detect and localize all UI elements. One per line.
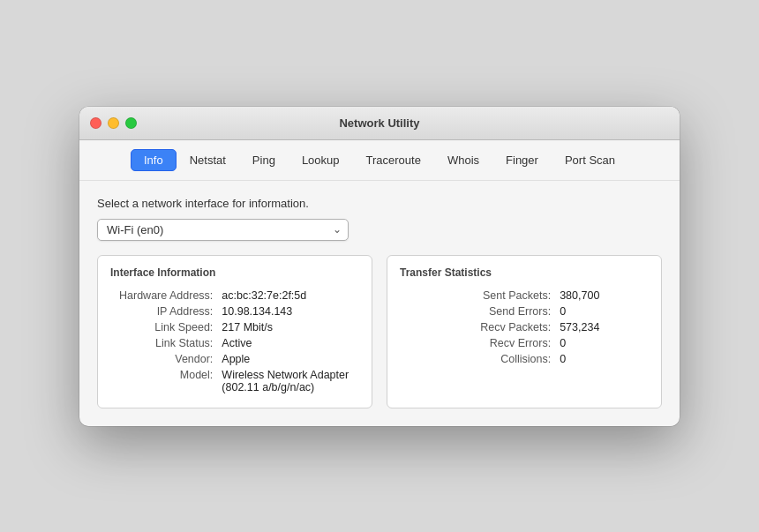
panels-row: Interface Information Hardware Address: … <box>97 255 662 408</box>
send-errors-label: Send Errors: <box>400 303 556 319</box>
interface-info-title: Interface Information <box>110 266 359 279</box>
table-row: Link Speed: 217 Mbit/s <box>110 319 359 335</box>
link-speed-value: 217 Mbit/s <box>218 319 359 335</box>
collisions-value: 0 <box>556 351 649 367</box>
recv-errors-label: Recv Errors: <box>400 335 556 351</box>
close-button[interactable] <box>90 117 101 129</box>
transfer-stats-panel: Transfer Statistics Sent Packets: 380,70… <box>387 255 662 408</box>
tab-lookup[interactable]: Lookup <box>289 149 353 171</box>
link-status-value: Active <box>218 335 359 351</box>
ip-addr-label: IP Address: <box>110 303 218 319</box>
table-row: Collisions: 0 <box>400 351 649 367</box>
recv-packets-value: 573,234 <box>556 319 649 335</box>
hw-addr-value: ac:bc:32:7e:2f:5d <box>218 288 359 303</box>
table-row: Hardware Address: ac:bc:32:7e:2f:5d <box>110 288 359 303</box>
interface-select-wrapper: Wi-Fi (en0) Ethernet (en1) Loopback (lo0… <box>97 219 349 241</box>
toolbar: Info Netstat Ping Lookup Traceroute Whoi… <box>79 140 680 181</box>
table-row: Sent Packets: 380,700 <box>400 288 649 303</box>
tab-netstat[interactable]: Netstat <box>177 149 239 171</box>
recv-packets-label: Recv Packets: <box>400 319 556 335</box>
titlebar: Network Utility <box>79 107 680 140</box>
table-row: Recv Errors: 0 <box>400 335 649 351</box>
tab-traceroute[interactable]: Traceroute <box>353 149 434 171</box>
transfer-stats-table: Sent Packets: 380,700 Send Errors: 0 Rec… <box>400 288 649 367</box>
model-value: Wireless Network Adapter (802.11 a/b/g/n… <box>218 367 359 395</box>
interface-select[interactable]: Wi-Fi (en0) Ethernet (en1) Loopback (lo0… <box>97 219 349 241</box>
table-row: Send Errors: 0 <box>400 303 649 319</box>
table-row: IP Address: 10.98.134.143 <box>110 303 359 319</box>
tab-finger[interactable]: Finger <box>492 149 552 171</box>
minimize-button[interactable] <box>108 117 119 129</box>
sent-packets-label: Sent Packets: <box>400 288 556 303</box>
maximize-button[interactable] <box>125 117 137 129</box>
table-row: Recv Packets: 573,234 <box>400 319 649 335</box>
send-errors-value: 0 <box>556 303 649 319</box>
collisions-label: Collisions: <box>400 351 556 367</box>
table-row: Model: Wireless Network Adapter (802.11 … <box>110 367 359 395</box>
model-label: Model: <box>110 367 218 395</box>
link-status-label: Link Status: <box>110 335 218 351</box>
prompt-text: Select a network interface for informati… <box>97 197 662 210</box>
sent-packets-value: 380,700 <box>556 288 649 303</box>
tab-portscan[interactable]: Port Scan <box>552 149 628 171</box>
tab-ping[interactable]: Ping <box>239 149 289 171</box>
vendor-label: Vendor: <box>110 351 218 367</box>
transfer-stats-title: Transfer Statistics <box>400 266 649 279</box>
interface-info-panel: Interface Information Hardware Address: … <box>97 255 372 408</box>
interface-select-row: Wi-Fi (en0) Ethernet (en1) Loopback (lo0… <box>97 219 662 241</box>
vendor-value: Apple <box>218 351 359 367</box>
hw-addr-label: Hardware Address: <box>110 288 218 303</box>
link-speed-label: Link Speed: <box>110 319 218 335</box>
interface-info-table: Hardware Address: ac:bc:32:7e:2f:5d IP A… <box>110 288 359 395</box>
table-row: Link Status: Active <box>110 335 359 351</box>
main-window: Network Utility Info Netstat Ping Lookup… <box>79 107 680 426</box>
ip-addr-value: 10.98.134.143 <box>218 303 359 319</box>
main-content: Select a network interface for informati… <box>79 181 680 426</box>
tab-whois[interactable]: Whois <box>434 149 492 171</box>
window-title: Network Utility <box>339 116 419 130</box>
tab-info[interactable]: Info <box>131 149 177 171</box>
traffic-lights <box>90 117 137 129</box>
recv-errors-value: 0 <box>556 335 649 351</box>
table-row: Vendor: Apple <box>110 351 359 367</box>
